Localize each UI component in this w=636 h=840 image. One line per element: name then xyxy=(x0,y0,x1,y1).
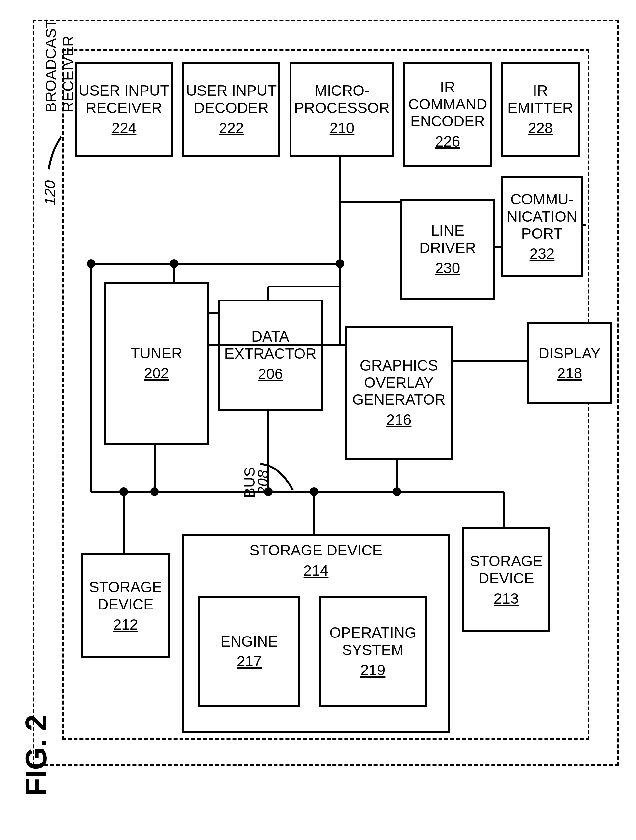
node xyxy=(120,487,128,496)
node xyxy=(264,487,272,496)
wiring xyxy=(0,0,636,840)
node xyxy=(170,259,178,268)
node xyxy=(336,259,344,268)
node xyxy=(393,487,401,496)
node xyxy=(310,487,318,496)
node xyxy=(150,487,159,496)
node xyxy=(87,259,95,268)
